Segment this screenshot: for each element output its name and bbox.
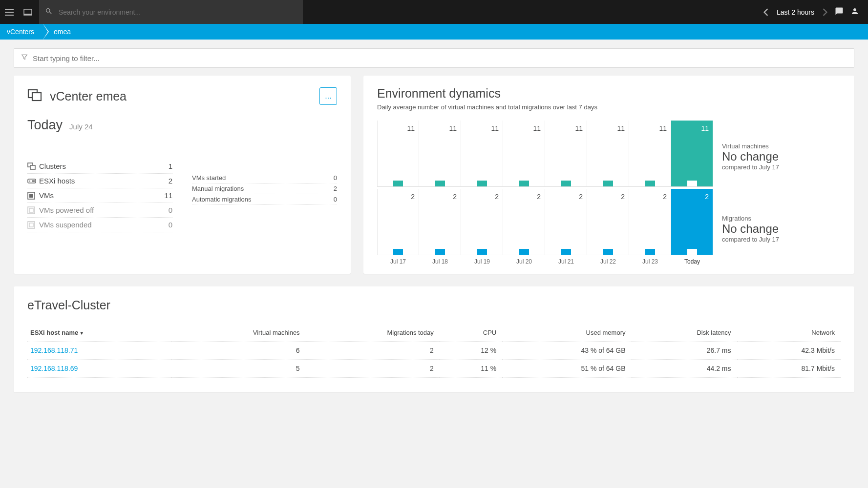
chart-bar xyxy=(645,249,655,255)
today-label: Today xyxy=(27,118,63,133)
stat-list: Clusters1ESXi hosts2VMs11VMs powered off… xyxy=(27,159,172,232)
vm-icon xyxy=(27,192,39,200)
svg-rect-8 xyxy=(30,165,35,169)
chart-value: 11 xyxy=(491,124,499,132)
cell: 11 % xyxy=(440,360,502,378)
chart-bar xyxy=(477,181,487,186)
chart-column: 2 xyxy=(587,189,629,255)
stat-row[interactable]: VMs suspended0 xyxy=(27,218,172,232)
chevron-left-icon[interactable] xyxy=(763,8,769,16)
table-header[interactable]: Network xyxy=(737,324,841,342)
table-header[interactable]: CPU xyxy=(440,324,502,342)
chart-bar xyxy=(393,181,403,186)
table-header[interactable]: Used memory xyxy=(502,324,631,342)
small-stat-row: Automatic migrations0 xyxy=(192,194,337,205)
svg-rect-13 xyxy=(29,194,33,198)
stat-value: 0 xyxy=(169,206,172,214)
cell: 6 xyxy=(171,342,305,360)
table-header[interactable]: Migrations today xyxy=(306,324,440,342)
search-input[interactable] xyxy=(59,8,297,16)
stat-value: 0 xyxy=(169,221,172,229)
host-name-cell[interactable]: 192.168.118.69 xyxy=(27,360,171,378)
chat-icon[interactable] xyxy=(835,7,844,18)
chart-value: 2 xyxy=(537,193,541,201)
card-menu-button[interactable]: ... xyxy=(319,87,337,105)
xaxis-label: Jul 18 xyxy=(419,255,461,265)
stat-label: ESXi hosts xyxy=(39,177,169,185)
chart-row-migrations: 22222222 xyxy=(377,189,713,255)
topbar: Last 2 hours xyxy=(0,0,868,24)
environment-card: Environment dynamics Daily average numbe… xyxy=(363,76,854,274)
hamburger-icon[interactable] xyxy=(0,0,19,24)
chart-column: 11 xyxy=(419,121,461,187)
stat-row[interactable]: VMs11 xyxy=(27,188,172,203)
today-date: July 24 xyxy=(69,122,93,131)
breadcrumb-root[interactable]: vCenters xyxy=(0,24,43,40)
user-icon[interactable] xyxy=(850,7,859,18)
small-stat-row: Manual migrations2 xyxy=(192,183,337,194)
summary-migrations: Migrations No change compared to July 17 xyxy=(722,215,779,243)
stat-row[interactable]: VMs powered off0 xyxy=(27,203,172,218)
chevron-right-icon[interactable] xyxy=(822,8,828,16)
chart-value: 11 xyxy=(407,124,415,132)
global-search[interactable] xyxy=(39,0,303,24)
svg-rect-6 xyxy=(32,93,41,101)
stat-row[interactable]: ESXi hosts2 xyxy=(27,174,172,188)
env-title: Environment dynamics xyxy=(377,86,841,101)
table-header[interactable]: Virtual machines xyxy=(171,324,305,342)
chart-bar xyxy=(687,181,697,186)
stat-value: 1 xyxy=(169,162,172,170)
stat-row[interactable]: Clusters1 xyxy=(27,159,172,174)
chart-bar xyxy=(561,249,571,255)
chart-value: 11 xyxy=(575,124,583,132)
chart-value: 2 xyxy=(579,193,583,201)
chart-bar xyxy=(603,249,613,255)
chart-column: 2 xyxy=(461,189,503,255)
chart-bar xyxy=(645,181,655,186)
chart-value: 11 xyxy=(701,124,709,132)
chart-value: 11 xyxy=(449,124,457,132)
xaxis-label: Jul 20 xyxy=(503,255,545,265)
cell: 26.7 ms xyxy=(631,342,737,360)
table-header[interactable]: ESXi host name▼ xyxy=(27,324,171,342)
chart-bar xyxy=(435,249,445,255)
cell: 2 xyxy=(306,342,440,360)
svg-rect-2 xyxy=(5,15,14,16)
chart-bar xyxy=(393,249,403,255)
cell: 2 xyxy=(306,360,440,378)
filter-bar[interactable] xyxy=(14,48,854,68)
chart-column: 2 xyxy=(377,189,419,255)
vcenter-card: vCenter emea ... Today July 24 Clusters1… xyxy=(14,76,351,274)
chart-bar xyxy=(603,181,613,186)
host-name-cell[interactable]: 192.168.118.71 xyxy=(27,342,171,360)
clusters-icon xyxy=(27,163,39,170)
chart-value: 11 xyxy=(659,124,667,132)
hosts-table: ESXi host name▼Virtual machinesMigration… xyxy=(27,324,841,378)
chart-bar xyxy=(561,181,571,186)
vmoff-icon xyxy=(27,206,39,214)
search-icon xyxy=(45,7,53,17)
chart-column: 11 xyxy=(587,121,629,187)
svg-rect-16 xyxy=(28,222,35,228)
chart-bar xyxy=(435,181,445,186)
filter-input[interactable] xyxy=(33,54,847,62)
chart-column: 2 xyxy=(545,189,587,255)
dashboard-icon[interactable] xyxy=(19,0,37,24)
chart-column: 2 xyxy=(671,189,713,255)
host-link[interactable]: 192.168.118.71 xyxy=(30,346,78,354)
cell: 12 % xyxy=(440,342,502,360)
host-link[interactable]: 192.168.118.69 xyxy=(30,365,78,372)
svg-rect-14 xyxy=(28,207,35,214)
summary-vm: Virtual machines No change compared to J… xyxy=(722,142,779,171)
xaxis-label: Jul 23 xyxy=(629,255,671,265)
svg-rect-4 xyxy=(24,14,32,15)
timerange-picker[interactable]: Last 2 hours xyxy=(763,8,828,16)
cell: 81.7 Mbit/s xyxy=(737,360,841,378)
chart-column: 11 xyxy=(377,121,419,187)
stat-label: Clusters xyxy=(39,162,169,170)
svg-rect-1 xyxy=(5,12,14,13)
table-header[interactable]: Disk latency xyxy=(631,324,737,342)
chart-value: 2 xyxy=(663,193,667,201)
chart-bar xyxy=(687,249,697,255)
chart-value: 2 xyxy=(705,193,709,201)
